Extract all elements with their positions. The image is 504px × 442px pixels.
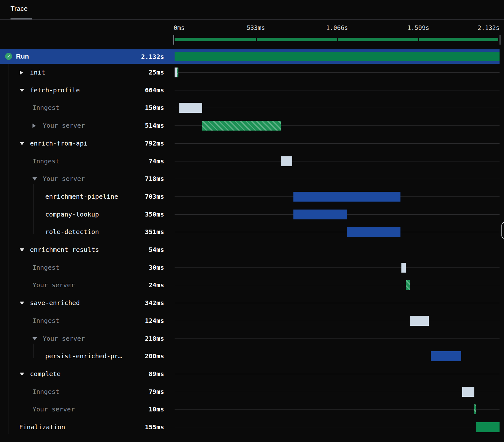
span-row-role-detection[interactable]: role-detection351ms <box>0 223 504 241</box>
tab-active-indicator <box>11 18 32 19</box>
span-bar[interactable] <box>476 422 500 432</box>
ruler-segment-gap <box>418 38 419 41</box>
span-row-company-lookup[interactable]: company-lookup350ms <box>0 206 504 224</box>
span-row-complete[interactable]: complete89ms <box>0 365 504 383</box>
span-row-finalization[interactable]: Finalization155ms <box>0 418 504 436</box>
span-row-enrichment-results[interactable]: enrichment-results54ms <box>0 241 504 259</box>
span-duration: 79ms <box>121 388 164 396</box>
run-label: Run <box>16 53 29 60</box>
run-span-bar[interactable] <box>175 52 500 61</box>
span-duration: 218ms <box>121 335 164 342</box>
span-label: Inngest <box>32 157 59 165</box>
row-track-line <box>175 321 500 321</box>
toggle-expanded-icon[interactable] <box>20 302 24 305</box>
span-bar[interactable] <box>281 156 292 166</box>
span-duration: 664ms <box>121 86 164 94</box>
span-row-your-server[interactable]: Your server718ms <box>0 170 504 188</box>
span-row-enrichment-pipeline[interactable]: enrichment-pipeline703ms <box>0 188 504 206</box>
span-bar[interactable] <box>293 210 347 219</box>
scrollbar-thumb[interactable] <box>501 222 504 239</box>
span-label: Your server <box>43 335 85 342</box>
tree-indent-guide <box>33 344 33 358</box>
span-row-your-server[interactable]: Your server10ms <box>0 401 504 418</box>
timeline-header: 0ms533ms1.066s1.599s2.132s <box>0 20 504 49</box>
span-row-enrich-from-api[interactable]: enrich-from-api792ms <box>0 135 504 153</box>
span-row-your-server[interactable]: Your server218ms <box>0 330 504 348</box>
span-label: Inngest <box>32 317 59 324</box>
span-row-persist-enriched-pr-[interactable]: persist-enriched-pr…200ms <box>0 347 504 365</box>
span-row-inngest[interactable]: Inngest124ms <box>0 312 504 330</box>
toggle-expanded-icon[interactable] <box>20 248 24 252</box>
span-row-your-server[interactable]: Your server24ms <box>0 276 504 294</box>
span-duration: 342ms <box>121 299 164 307</box>
span-bar[interactable] <box>179 103 202 113</box>
span-row-save-enriched[interactable]: save-enriched342ms <box>0 294 504 312</box>
row-track-line <box>175 143 500 144</box>
span-bar[interactable] <box>474 404 476 414</box>
span-bar[interactable] <box>406 280 409 290</box>
row-track-line <box>175 232 500 232</box>
toggle-collapsed-icon[interactable] <box>32 124 36 128</box>
run-duration: 2.132s <box>115 53 164 61</box>
toggle-expanded-icon[interactable] <box>32 337 37 340</box>
span-rows: init25msfetch-profile664msInngest150msYo… <box>0 64 504 436</box>
span-bar[interactable] <box>410 316 429 326</box>
span-label: company-lookup <box>45 210 99 218</box>
span-label: Inngest <box>32 388 59 396</box>
span-label: init <box>30 68 45 76</box>
span-bar[interactable] <box>293 192 400 202</box>
span-duration: 514ms <box>121 122 164 129</box>
row-track-line <box>175 90 500 90</box>
span-duration: 30ms <box>121 264 164 271</box>
run-row[interactable]: ✓ Run 2.132s <box>0 49 500 64</box>
span-duration: 351ms <box>121 228 164 236</box>
span-bar[interactable] <box>431 351 461 361</box>
span-label: enrich-from-api <box>30 139 88 147</box>
toggle-expanded-icon[interactable] <box>20 89 24 92</box>
tree-indent-guide <box>21 379 21 411</box>
toggle-collapsed-icon[interactable] <box>20 70 23 75</box>
span-duration: 74ms <box>121 157 164 165</box>
row-track-line <box>175 427 500 427</box>
span-row-inngest[interactable]: Inngest150ms <box>0 99 504 117</box>
row-track-line <box>175 303 500 303</box>
row-track-line <box>175 392 500 392</box>
span-bar[interactable] <box>347 227 400 237</box>
span-duration: 25ms <box>121 68 164 76</box>
ruler-segment-gap <box>337 38 338 41</box>
span-row-fetch-profile[interactable]: fetch-profile664ms <box>0 82 504 99</box>
span-label: Your server <box>43 122 85 129</box>
tree-indent-guide <box>21 308 21 358</box>
row-track-line <box>175 285 500 285</box>
span-row-inngest[interactable]: Inngest79ms <box>0 383 504 401</box>
toggle-expanded-icon[interactable] <box>20 373 24 376</box>
trace-view: Trace 0ms533ms1.066s1.599s2.132s ✓ Run 2… <box>0 0 504 442</box>
span-row-inngest[interactable]: Inngest30ms <box>0 259 504 277</box>
span-duration: 150ms <box>121 104 164 111</box>
span-duration: 10ms <box>121 405 164 413</box>
row-track-line <box>175 161 500 161</box>
span-label: enrichment-pipeline <box>45 193 118 200</box>
ruler-bar[interactable] <box>175 38 498 41</box>
span-label: persist-enriched-pr… <box>45 352 122 360</box>
span-duration: 24ms <box>121 281 164 289</box>
ruler-tick <box>173 35 174 45</box>
span-bar[interactable] <box>202 121 281 131</box>
timeline-tick-label: 2.132s <box>478 24 500 31</box>
span-row-your-server[interactable]: Your server514ms <box>0 117 504 135</box>
span-bar[interactable] <box>462 387 474 397</box>
span-label: Inngest <box>32 104 59 111</box>
span-row-inngest[interactable]: Inngest74ms <box>0 153 504 170</box>
span-duration: 350ms <box>121 210 164 218</box>
timeline-tick-label: 1.066s <box>326 24 348 31</box>
span-label: enrichment-results <box>30 246 99 253</box>
span-bar[interactable] <box>401 263 406 273</box>
span-bar[interactable] <box>175 68 177 77</box>
toggle-expanded-icon[interactable] <box>20 142 24 145</box>
span-label: save-enriched <box>30 299 80 307</box>
span-label: Your server <box>32 405 75 413</box>
span-row-init[interactable]: init25ms <box>0 64 504 82</box>
span-bar[interactable] <box>177 68 178 77</box>
toggle-expanded-icon[interactable] <box>32 177 37 181</box>
tab-trace[interactable]: Trace <box>11 5 28 12</box>
